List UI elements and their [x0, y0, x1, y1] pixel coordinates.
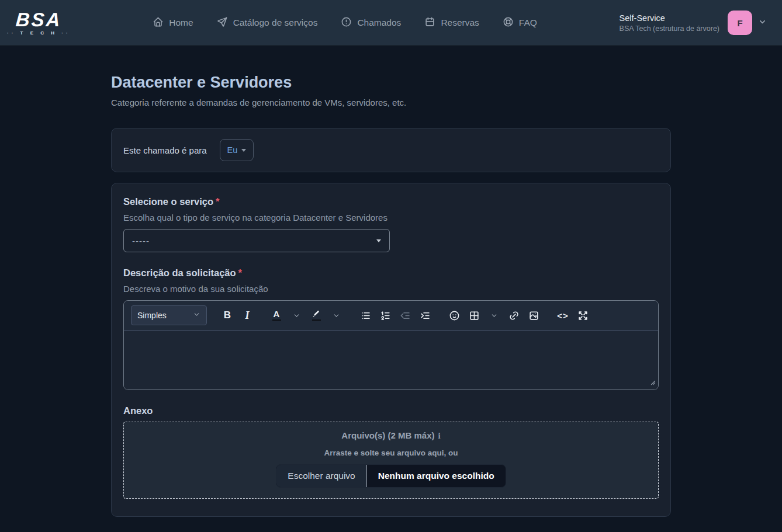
- nav-item-label: Chamados: [357, 18, 401, 28]
- calendar-icon: [424, 16, 435, 30]
- user-menu[interactable]: Self-Service BSA Tech (estrutura de árvo…: [620, 11, 767, 35]
- avatar[interactable]: F: [728, 11, 752, 35]
- brand-subtitle: ·· T E C H ··: [7, 31, 71, 36]
- highlight-color-button[interactable]: [307, 307, 325, 324]
- fullscreen-button[interactable]: [574, 307, 591, 324]
- service-helper: Escolha qual o tipo de serviço na catego…: [123, 213, 659, 222]
- bold-button[interactable]: B: [219, 307, 236, 324]
- ticket-form-card: Selecione o serviço* Escolha qual o tipo…: [111, 183, 671, 517]
- required-mark: *: [216, 196, 219, 207]
- avatar-initial: F: [737, 18, 742, 28]
- nav-item-label: Catálogo de serviços: [233, 18, 318, 28]
- service-select[interactable]: -----: [123, 229, 390, 252]
- requester-select[interactable]: Eu: [220, 139, 254, 161]
- service-label: Selecione o serviço: [123, 196, 213, 207]
- editor-toolbar: Simples B I A: [124, 301, 658, 331]
- brand-logo[interactable]: BSA ·· T E C H ··: [7, 10, 71, 36]
- service-select-value: -----: [132, 236, 150, 246]
- info-icon: i: [438, 431, 441, 440]
- description-helper: Descreva o motivo da sua solicitação: [123, 284, 659, 294]
- nav-item-home[interactable]: Home: [153, 16, 193, 30]
- top-navbar: BSA ·· T E C H ·· Home Catálogo de servi…: [0, 0, 782, 46]
- brand-name: BSA: [15, 10, 63, 29]
- description-label: Descrição da solicitação: [123, 267, 236, 278]
- description-field: Descrição da solicitação* Descreva o mot…: [123, 267, 659, 390]
- user-profile: Self-Service: [620, 13, 719, 23]
- bullet-list-button[interactable]: [357, 307, 374, 324]
- table-dropdown[interactable]: [485, 307, 503, 324]
- resize-grip-icon[interactable]: [649, 377, 656, 388]
- choose-file-button[interactable]: Escolher arquivo: [276, 465, 366, 487]
- chevron-down-icon: [758, 18, 767, 29]
- format-select-value: Simples: [137, 311, 167, 320]
- required-mark: *: [238, 267, 242, 278]
- user-entity: BSA Tech (estrutura de árvore): [620, 25, 719, 33]
- chevron-down-icon: [193, 311, 200, 320]
- lifebuoy-icon: [503, 16, 514, 30]
- nav-item-label: Reservas: [441, 18, 479, 28]
- numbered-list-button[interactable]: [376, 307, 394, 324]
- files-hint: Arquivo(s) (2 MB máx): [341, 430, 434, 440]
- attachment-field: Anexo Arquivo(s) (2 MB máx)i Arraste e s…: [123, 405, 659, 499]
- file-dropzone[interactable]: Arquivo(s) (2 MB máx)i Arraste e solte s…: [123, 422, 659, 499]
- home-icon: [153, 16, 164, 30]
- nav-item-reservations[interactable]: Reservas: [424, 16, 479, 30]
- text-color-button[interactable]: A: [268, 307, 285, 324]
- nav-item-label: FAQ: [519, 18, 537, 28]
- code-view-button[interactable]: <>: [554, 307, 572, 324]
- page-subtitle: Categoria referente a demandas de gerenc…: [111, 98, 671, 107]
- user-texts: Self-Service BSA Tech (estrutura de árvo…: [620, 13, 719, 33]
- text-color-dropdown[interactable]: [288, 307, 305, 324]
- image-button[interactable]: [525, 307, 542, 324]
- page-title: Datacenter e Servidores: [111, 74, 671, 92]
- requester-card: Este chamado é para Eu: [111, 128, 671, 172]
- table-button[interactable]: [465, 307, 483, 324]
- indent-button[interactable]: [416, 307, 434, 324]
- nav-item-faq[interactable]: FAQ: [503, 16, 537, 30]
- nav-item-service-catalog[interactable]: Catálogo de serviços: [217, 16, 318, 30]
- requester-label: Este chamado é para: [123, 145, 207, 155]
- alert-circle-icon: [341, 16, 352, 30]
- main-nav: Home Catálogo de serviços Chamados Reser…: [153, 16, 537, 30]
- service-field: Selecione o serviço* Escolha qual o tipo…: [123, 196, 659, 252]
- link-button[interactable]: [505, 307, 523, 324]
- caret-down-icon: [241, 149, 246, 152]
- outdent-button[interactable]: [396, 307, 414, 324]
- attachment-label: Anexo: [123, 405, 659, 416]
- file-input[interactable]: Escolher arquivo Nenhum arquivo escolhid…: [276, 464, 506, 488]
- italic-button[interactable]: I: [238, 307, 256, 324]
- format-select[interactable]: Simples: [131, 305, 207, 325]
- file-name-text: Nenhum arquivo escolhido: [367, 465, 506, 487]
- main-content: Datacenter e Servidores Categoria refere…: [111, 46, 671, 517]
- editor-content[interactable]: [124, 331, 658, 390]
- highlight-color-dropdown[interactable]: [327, 307, 345, 324]
- nav-item-label: Home: [169, 18, 193, 28]
- drag-hint: Arraste e solte seu arquivo aqui, ou: [133, 448, 649, 457]
- emoji-button[interactable]: [445, 307, 463, 324]
- rich-text-editor: Simples B I A: [123, 300, 659, 390]
- caret-down-icon: [376, 239, 381, 242]
- requester-value: Eu: [227, 145, 238, 155]
- nav-item-tickets[interactable]: Chamados: [341, 16, 401, 30]
- send-icon: [217, 16, 228, 30]
